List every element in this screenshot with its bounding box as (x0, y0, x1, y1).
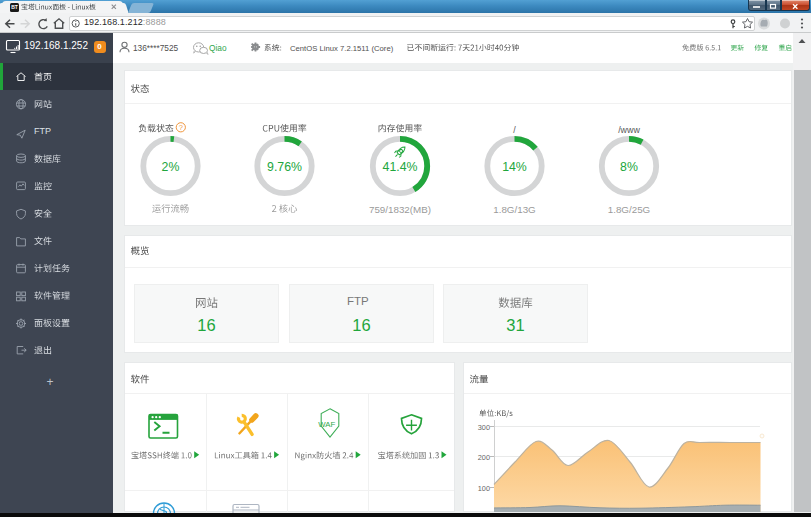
svg-text:WAF: WAF (318, 420, 335, 429)
svg-text:?: ? (179, 123, 183, 132)
